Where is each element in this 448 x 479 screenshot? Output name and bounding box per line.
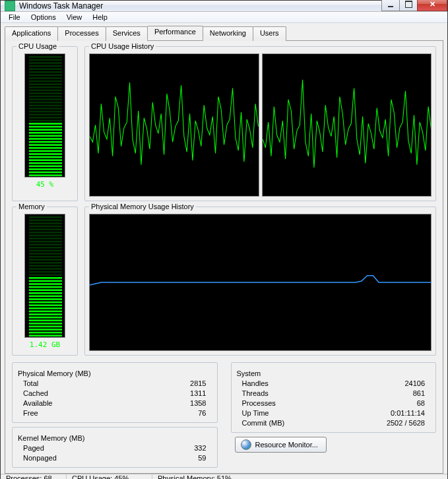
minimize-button[interactable]	[381, 0, 400, 11]
menu-help[interactable]: Help	[87, 12, 113, 22]
svg-rect-122	[29, 232, 62, 234]
svg-rect-127	[29, 216, 62, 218]
stats-area: Physical Memory (MB) Total2815 Cached131…	[12, 362, 436, 468]
svg-rect-118	[29, 243, 62, 245]
tab-users[interactable]: Users	[253, 26, 286, 41]
tab-performance[interactable]: Performance	[147, 26, 203, 40]
svg-rect-101	[29, 296, 62, 298]
cpu-history-core2	[262, 53, 432, 197]
cpu-meter-svg	[25, 54, 65, 177]
shield-icon	[241, 439, 251, 450]
svg-rect-124	[29, 226, 62, 228]
svg-rect-117	[29, 247, 62, 249]
cpu-history-core1	[89, 53, 259, 197]
memory-group: Memory 1.42 GB	[12, 207, 78, 356]
svg-rect-39	[29, 56, 62, 58]
svg-rect-97	[29, 307, 62, 309]
cpu-history-group: CPU Usage History	[84, 46, 436, 201]
table-row: Nonpaged59	[14, 453, 214, 463]
tab-services[interactable]: Services	[106, 26, 148, 41]
svg-rect-113	[29, 259, 62, 261]
svg-rect-123	[29, 228, 62, 230]
svg-rect-34	[29, 71, 62, 73]
svg-rect-107	[29, 277, 62, 279]
menu-view[interactable]: View	[61, 12, 88, 22]
svg-rect-29	[29, 86, 62, 88]
app-icon	[5, 1, 15, 11]
svg-rect-94	[29, 317, 62, 319]
svg-rect-115	[29, 253, 62, 255]
svg-rect-35	[29, 68, 62, 70]
close-button[interactable]	[417, 0, 447, 11]
svg-rect-5	[29, 159, 62, 161]
resource-monitor-label: Resource Monitor...	[255, 441, 318, 449]
svg-rect-99	[29, 302, 62, 303]
client-area: Applications Processes Services Performa…	[1, 23, 447, 474]
svg-rect-93	[29, 319, 62, 321]
svg-rect-92	[29, 323, 62, 325]
svg-rect-7	[29, 153, 62, 155]
status-cpu: CPU Usage: 45%	[67, 474, 152, 479]
table-row: Threads861	[233, 389, 433, 399]
svg-rect-19	[29, 117, 62, 119]
svg-rect-27	[29, 92, 62, 94]
menu-file[interactable]: File	[3, 12, 26, 22]
memory-meter-svg	[25, 214, 65, 338]
phys-mem-group: Physical Memory (MB) Total2815 Cached131…	[12, 362, 218, 423]
svg-rect-9	[29, 147, 62, 149]
svg-rect-20	[29, 113, 62, 115]
svg-rect-12	[29, 138, 62, 140]
svg-rect-16	[29, 126, 62, 128]
svg-rect-3	[29, 166, 62, 168]
memory-history-label: Physical Memory Usage History	[89, 203, 196, 210]
tab-applications[interactable]: Applications	[5, 26, 58, 41]
svg-rect-8	[29, 150, 62, 152]
menu-options[interactable]: Options	[26, 12, 61, 22]
svg-rect-4	[29, 162, 62, 164]
svg-rect-2	[29, 168, 62, 170]
titlebar[interactable]: Windows Task Manager	[1, 1, 447, 12]
memory-history-group: Physical Memory Usage History	[84, 207, 436, 356]
svg-rect-111	[29, 265, 62, 267]
svg-rect-120	[29, 238, 62, 239]
svg-rect-1	[29, 172, 62, 174]
svg-rect-36	[29, 65, 62, 67]
memory-meter	[24, 214, 65, 338]
svg-rect-13	[29, 135, 62, 137]
table-row: Total2815	[14, 379, 214, 389]
memory-history-chart-pane	[89, 214, 432, 351]
table-row: Up Time0:01:11:14	[233, 408, 433, 418]
svg-rect-0	[29, 174, 62, 176]
memory-history-chart	[90, 214, 431, 350]
status-processes: Processes: 68	[1, 474, 67, 479]
kernel-mem-title: Kernel Memory (MB)	[18, 434, 214, 442]
svg-rect-11	[29, 141, 62, 143]
svg-rect-30	[29, 83, 62, 85]
svg-rect-18	[29, 120, 62, 122]
svg-rect-6	[29, 156, 62, 158]
resource-monitor-button[interactable]: Resource Monitor...	[235, 437, 327, 453]
table-row: Processes68	[233, 399, 433, 408]
svg-rect-98	[29, 304, 62, 306]
tab-networking[interactable]: Networking	[203, 26, 253, 41]
svg-rect-116	[29, 250, 62, 252]
svg-rect-119	[29, 241, 62, 243]
phys-mem-title: Physical Memory (MB)	[18, 369, 214, 377]
maximize-button[interactable]	[399, 0, 418, 11]
svg-rect-91	[29, 326, 62, 328]
svg-rect-102	[29, 292, 62, 294]
svg-rect-89	[29, 332, 62, 334]
table-row: Free76	[14, 408, 214, 418]
memory-label: Memory	[16, 203, 47, 210]
cpu-history-chart-1	[90, 54, 259, 196]
task-manager-window: Windows Task Manager File Options View H…	[0, 0, 448, 479]
memory-meter-value: 1.42 GB	[16, 340, 73, 349]
cpu-meter	[24, 53, 65, 177]
svg-rect-15	[29, 129, 62, 131]
svg-rect-125	[29, 222, 62, 224]
svg-rect-26	[29, 96, 62, 98]
svg-rect-38	[29, 59, 62, 61]
system-title: System	[237, 369, 433, 377]
tab-processes[interactable]: Processes	[57, 26, 106, 41]
table-row: Available1358	[14, 399, 214, 408]
